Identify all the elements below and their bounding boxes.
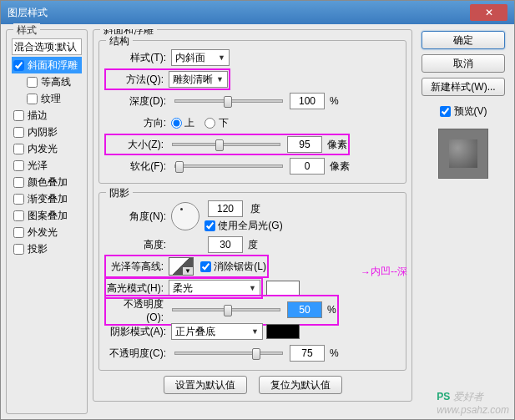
sidebar-item-satin[interactable]: 光泽 (12, 157, 82, 174)
shadow-opacity-slider[interactable] (174, 352, 283, 355)
antialias-check[interactable]: 消除锯齿(L) (200, 260, 266, 274)
sidebar-item-label: 光泽 (28, 159, 48, 173)
depth-label: 深度(D): (104, 94, 171, 109)
sidebar-item-stroke[interactable]: 描边 (12, 107, 82, 124)
shadow-opacity-row: 不透明度(C): 75 % (104, 343, 401, 363)
make-default-button[interactable]: 设置为默认值 (164, 376, 247, 394)
style-select[interactable]: 内斜面 ▼ (171, 49, 230, 66)
sidebar-item-inner-glow[interactable]: 内发光 (12, 140, 82, 157)
sidebar-item-label: 渐变叠加 (28, 192, 68, 206)
style-value: 内斜面 (175, 51, 205, 65)
sidebar-item-outer-glow[interactable]: 外发光 (12, 224, 82, 240)
size-slider[interactable] (172, 143, 280, 146)
color-overlay-checkbox[interactable] (13, 177, 24, 188)
highlight-opacity-label: 不透明度(O): (107, 297, 169, 323)
highlight-opacity-slider[interactable] (172, 308, 280, 311)
direction-label: 方向: (104, 116, 171, 130)
technique-value: 雕刻清晰 (173, 73, 213, 87)
gradient-overlay-checkbox[interactable] (13, 194, 24, 205)
shadow-mode-value: 正片叠底 (175, 325, 215, 339)
size-unit: 像素 (327, 138, 347, 152)
outer-glow-checkbox[interactable] (13, 227, 24, 238)
highlight-opacity-row: 不透明度(O): 50 % (104, 300, 401, 320)
size-label: 大小(Z): (107, 138, 169, 152)
dir-up-radio[interactable]: 上 (171, 116, 194, 130)
preview-checkbox[interactable]: 预览(V) (440, 104, 487, 119)
highlight-mode-label: 高光模式(H): (107, 281, 169, 296)
altitude-row: 高度: 30 度 (104, 235, 401, 255)
sidebar-item-label: 斜面和浮雕 (28, 58, 78, 73)
sidebar-item-texture[interactable]: 纹理 (12, 90, 82, 107)
soften-slider[interactable] (174, 164, 283, 168)
soften-unit: 像素 (330, 159, 350, 174)
altitude-unit: 度 (248, 238, 258, 252)
depth-slider[interactable] (174, 99, 283, 103)
reset-default-button[interactable]: 复位为默认值 (259, 376, 342, 394)
shadow-color-swatch[interactable] (266, 324, 300, 339)
texture-checkbox[interactable] (27, 94, 38, 104)
sidebar-item-drop-shadow[interactable]: 投影 (12, 240, 82, 257)
sidebar-item-label: 内阴影 (28, 125, 58, 139)
angle-input[interactable]: 120 (208, 200, 243, 217)
altitude-input[interactable]: 30 (208, 236, 243, 253)
style-label: 样式(T): (104, 51, 171, 65)
style-group-title: 样式 (13, 23, 40, 38)
depth-input[interactable]: 100 (290, 93, 325, 109)
global-light-check[interactable]: 使用全局光(G) (204, 219, 283, 233)
chevron-down-icon: ▼ (251, 327, 259, 336)
inner-glow-checkbox[interactable] (13, 144, 24, 154)
sidebar-item-label: 颜色叠加 (28, 175, 68, 190)
titlebar[interactable]: 图层样式 ✕ (1, 1, 514, 24)
highlight-opacity-input[interactable]: 50 (287, 301, 322, 318)
bottom-buttons: 设置为默认值 复位为默认值 (98, 371, 406, 396)
sidebar-item-inner-shadow[interactable]: 内阴影 (12, 124, 82, 140)
satin-checkbox[interactable] (13, 160, 24, 171)
shadow-opacity-input[interactable]: 75 (290, 345, 325, 362)
sidebar-item-blend[interactable]: 混合选项:默认 (12, 38, 82, 55)
soften-row: 软化(F): 0 像素 (104, 156, 401, 176)
sidebar-item-color-overlay[interactable]: 颜色叠加 (12, 174, 82, 190)
sidebar-item-contour[interactable]: 等高线 (12, 73, 82, 90)
bevel-checkbox[interactable] (13, 60, 24, 71)
sidebar-item-pattern-overlay[interactable]: 图案叠加 (12, 207, 82, 224)
new-style-button[interactable]: 新建样式(W)... (422, 78, 505, 96)
sidebar-item-label: 混合选项:默认 (14, 40, 77, 54)
highlight-color-swatch[interactable] (266, 281, 300, 296)
chevron-down-icon: ▼ (216, 75, 224, 83)
soften-input[interactable]: 0 (290, 158, 325, 175)
bevel-settings-panel: 斜面和浮雕 结构 样式(T): 内斜面 ▼ 方法(Q): (93, 29, 412, 414)
inner-shadow-checkbox[interactable] (13, 127, 24, 138)
drop-shadow-checkbox[interactable] (13, 244, 24, 255)
technique-row: 方法(Q): 雕刻清晰 ▼ (104, 69, 401, 89)
contour-checkbox[interactable] (27, 77, 38, 88)
layer-style-dialog: 图层样式 ✕ 样式 混合选项:默认 斜面和浮雕 等高线 (0, 0, 515, 420)
sidebar-item-bevel[interactable]: 斜面和浮雕 (12, 57, 82, 73)
size-input[interactable]: 95 (287, 136, 322, 153)
angle-dial[interactable] (171, 202, 199, 230)
shadow-mode-label: 阴影模式(A): (104, 325, 171, 339)
stroke-checkbox[interactable] (13, 110, 24, 121)
cancel-button[interactable]: 取消 (422, 54, 505, 73)
angle-label: 角度(N): (104, 210, 171, 224)
preview-thumbnail (438, 129, 488, 179)
style-row: 样式(T): 内斜面 ▼ (104, 48, 401, 68)
direction-row: 方向: 上 下 (104, 113, 401, 133)
bevel-outer-group: 斜面和浮雕 结构 样式(T): 内斜面 ▼ 方法(Q): (93, 29, 412, 402)
ok-button[interactable]: 确定 (422, 31, 505, 49)
depth-unit: % (330, 95, 339, 107)
technique-select[interactable]: 雕刻清晰 ▼ (169, 71, 228, 88)
dir-down-radio[interactable]: 下 (204, 116, 228, 130)
close-button[interactable]: ✕ (470, 4, 507, 21)
shading-group: 阴影 角度(N): 120 度 使用全局光(G) (98, 192, 406, 371)
pattern-overlay-checkbox[interactable] (13, 210, 24, 221)
gloss-contour-picker[interactable]: ▼ (169, 257, 194, 276)
shadow-mode-row: 阴影模式(A): 正片叠底 ▼ (104, 321, 401, 342)
gloss-row: 光泽等高线: ▼ 消除锯齿(L) (104, 256, 401, 276)
shading-title: 阴影 (106, 186, 133, 200)
shadow-mode-select[interactable]: 正片叠底 ▼ (171, 323, 263, 340)
style-list-panel: 样式 混合选项:默认 斜面和浮雕 等高线 纹理 (6, 29, 88, 414)
content: 样式 混合选项:默认 斜面和浮雕 等高线 纹理 (1, 24, 514, 419)
sidebar-item-gradient-overlay[interactable]: 渐变叠加 (12, 190, 82, 207)
structure-title: 结构 (106, 34, 133, 48)
soften-label: 软化(F): (104, 159, 171, 174)
